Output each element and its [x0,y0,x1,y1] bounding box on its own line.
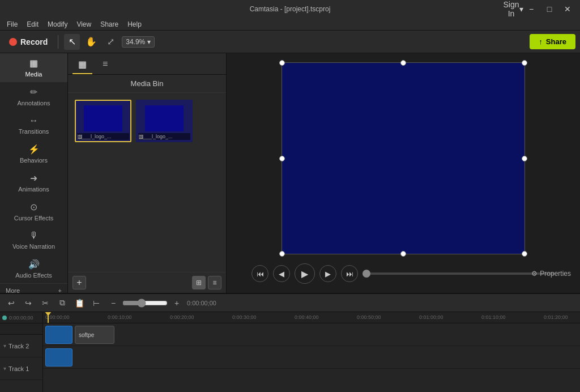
track-collapse-2[interactable]: ▾ [3,343,6,349]
select-tool-btn[interactable]: ↖ [64,34,80,50]
media-thumb-2[interactable]: S___l_logo_... 🖼 [136,100,193,142]
zoom-in-icon: + [174,299,179,308]
menu-edit[interactable]: Edit [22,19,43,29]
playhead[interactable] [48,312,49,323]
crop-tool-btn[interactable]: ⤢ [103,34,118,50]
track-clip-2-2[interactable]: softpe [75,326,114,344]
minimize-btn[interactable]: − [523,3,539,15]
media-label-2: S___l_logo_... [138,133,190,140]
copy-icon: ⧉ [59,298,65,308]
ruler-tick-4: 0:00:40;00 [295,314,319,320]
share-button[interactable]: ↑ Share [530,34,575,49]
paste-btn[interactable]: 📋 [72,296,86,310]
zoom-in-btn[interactable]: + [170,296,184,310]
handle-top-right[interactable] [522,60,527,66]
main-area: ▦ Media ✏ Annotations ↔ Transitions ⚡ Be… [0,53,580,293]
menu-help[interactable]: Help [123,19,146,29]
panel-tabs: ▦ ≡ [68,53,226,75]
redo-btn[interactable]: ↪ [22,296,35,310]
transitions-icon: ↔ [29,116,39,126]
media-thumb-1[interactable]: S___l_logo_... 🖼 [75,100,131,142]
playhead-arrow [45,312,52,316]
step-fwd-btn[interactable]: ▶ [319,265,336,282]
cursor-effects-icon: ⊙ [30,202,37,212]
annotations-icon: ✏ [30,87,37,97]
titlebar-title: Camtasia - [project].tscproj [250,5,331,13]
cut-icon: ✂ [42,299,49,308]
thumb-preview-2 [145,105,183,131]
timeline-body: 0:00:00;00 ▾ Track 2 ▾ Track 1 0:00:00;0… [0,312,580,392]
handle-top-left[interactable] [279,60,285,66]
track-clip-1-1[interactable] [45,348,72,367]
sidebar-item-audio-effects[interactable]: 🔊 Audio Effects [0,254,67,283]
handle-top-mid[interactable] [400,60,406,66]
split-btn[interactable]: ⊢ [89,296,103,310]
cut-btn[interactable]: ✂ [39,296,52,310]
chevron-down-icon: ▾ [147,38,151,46]
maximize-btn[interactable]: □ [541,3,557,15]
sign-in-btn[interactable]: Sign In ▾ [505,3,521,15]
properties-btn[interactable]: ⚙ Properties [531,270,571,278]
sidebar-item-cursor-effects[interactable]: ⊙ Cursor Effects [0,197,67,226]
handle-bot-right[interactable] [522,251,527,257]
skip-back-icon: ⏮ [257,270,264,278]
thumb-preview-1 [84,105,122,131]
ruler-tick-8: 0:01:20;00 [544,314,568,320]
sidebar-item-media[interactable]: ▦ Media [0,53,67,82]
menubar: File Edit Modify View Share Help [0,18,580,31]
gear-icon: ⚙ [531,270,538,278]
tab-list-view[interactable]: ≡ [97,56,113,74]
sidebar-item-voice-narration[interactable]: 🎙 Voice Narration [0,226,67,254]
progress-thumb[interactable] [362,270,370,278]
sidebar-more-btn[interactable]: More + [0,283,67,293]
zoom-range-input[interactable] [122,299,168,308]
record-button[interactable]: Record [5,35,52,49]
canvas-frame[interactable] [282,62,525,254]
undo-btn[interactable]: ↩ [5,296,18,310]
redo-icon: ↪ [25,299,32,308]
skip-back-btn[interactable]: ⏮ [251,265,268,282]
hand-tool-btn[interactable]: ✋ [83,34,99,50]
track-clip-2-1[interactable] [45,326,72,344]
menu-view[interactable]: View [72,19,96,29]
track-name-1: Track 1 [8,365,29,372]
list-view-btn[interactable]: ≡ [208,276,221,289]
ruler-tick-5: 0:00:50;00 [357,314,381,320]
tab-grid-view[interactable]: ▦ [72,56,92,74]
grid-view-btn[interactable]: ⊞ [192,276,206,289]
menu-share[interactable]: Share [96,19,123,29]
timeline-ruler: 0:00:00;00 0:00:10;00 0:00:20;00 0:00:30… [43,312,580,323]
menu-file[interactable]: File [2,19,22,29]
handle-bot-mid[interactable] [400,251,406,257]
step-back-btn[interactable]: ◀ [273,265,290,282]
play-icon: ▶ [301,269,308,279]
track-collapse-1[interactable]: ▾ [3,365,6,372]
close-btn[interactable]: ✕ [560,3,575,15]
handle-mid-right[interactable] [522,156,527,161]
media-grid: S___l_logo_... 🖼 S___l_logo_... 🖼 [68,93,226,272]
preview-area: ⏮ ◀ ▶ ▶ ⏭ ⚙ Properties [227,53,580,293]
ruler-tick-7: 0:01:10;00 [481,314,506,320]
copy-btn[interactable]: ⧉ [56,296,69,310]
sidebar-item-annotations[interactable]: ✏ Annotations [0,82,67,111]
skip-fwd-btn[interactable]: ⏭ [341,265,358,282]
sidebar-item-behaviors[interactable]: ⚡ Behaviors [0,139,67,168]
progress-track[interactable] [362,272,555,275]
zoom-display[interactable]: 34.9% ▾ [122,36,155,48]
sidebar-item-animations[interactable]: ➜ Animations [0,168,67,197]
sidebar-item-transitions[interactable]: ↔ Transitions [0,111,67,139]
image-icon-2: 🖼 [138,134,143,140]
zoom-out-btn[interactable]: − [106,296,120,310]
handle-bot-left[interactable] [279,251,285,257]
menu-modify[interactable]: Modify [43,19,72,29]
track-row-1 [43,346,580,369]
toolbar: Record ↖ ✋ ⤢ 34.9% ▾ ↑ Share [0,31,580,53]
play-btn[interactable]: ▶ [295,263,315,284]
sidebar-item-label: Transitions [19,128,49,135]
timeline-content: 0:00:00;00 0:00:10;00 0:00:20;00 0:00:30… [43,312,580,392]
panel-area: ▦ ≡ Media Bin S___l_logo_... 🖼 S___l_log… [68,53,227,293]
handle-mid-left[interactable] [279,156,285,161]
add-media-btn[interactable]: + [72,276,86,289]
sidebar-item-label: Cursor Effects [14,215,54,221]
split-icon: ⊢ [93,299,100,308]
